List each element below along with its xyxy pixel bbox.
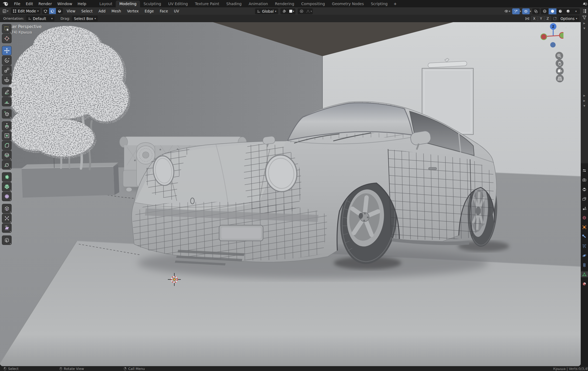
tab-view-layer[interactable] (581, 196, 588, 202)
tool-measure[interactable] (2, 97, 11, 106)
menu-mesh[interactable]: Mesh (109, 8, 123, 14)
tool-loop-cut[interactable] (2, 151, 11, 160)
tool-smooth[interactable] (2, 192, 11, 201)
tab-animation[interactable]: Animation (245, 1, 271, 7)
editor-type-button[interactable]: ▾ (2, 8, 9, 14)
gizmo-x-axis[interactable] (541, 34, 547, 40)
orientation-setting-dropdown[interactable]: Default ▾ (26, 16, 55, 22)
cursor-3d-hotspot[interactable] (167, 272, 181, 286)
shading-solid-button[interactable] (549, 8, 556, 14)
tab-render[interactable] (581, 177, 588, 183)
select-mode-face[interactable] (56, 8, 63, 14)
options-dropdown[interactable]: Options ▾ (559, 16, 579, 22)
menu-vertex[interactable]: Vertex (125, 8, 141, 14)
shading-dropdown[interactable]: ▾ (572, 8, 580, 14)
tool-extrude-region[interactable] (2, 122, 11, 130)
outliner-expand-arrow[interactable]: ▶ (583, 22, 585, 25)
camera-view-button[interactable] (556, 67, 564, 75)
tab-shading[interactable]: Shading (223, 1, 245, 7)
tab-modeling[interactable]: Modeling (116, 1, 140, 7)
menu-add[interactable]: Add (96, 8, 108, 14)
tool-scale[interactable] (2, 66, 11, 75)
tab-active-tool[interactable] (581, 167, 588, 173)
overlays-toggle[interactable] (522, 8, 530, 14)
tool-annotate[interactable] (2, 87, 11, 96)
drag-dropdown[interactable]: Select Box ▾ (72, 16, 98, 22)
gizmo-y-axis[interactable] (559, 32, 563, 38)
zoom-button[interactable] (555, 52, 563, 60)
tool-transform[interactable] (2, 75, 11, 84)
tab-scene[interactable] (581, 205, 588, 211)
gizmo-minus-z-axis[interactable] (550, 42, 556, 48)
tool-poly-build[interactable] (2, 173, 11, 181)
gizmos-dropdown[interactable]: ▾ (520, 10, 521, 13)
tab-modifiers[interactable] (581, 234, 588, 240)
transform-orientation-dropdown[interactable]: Global ▾ (255, 8, 278, 14)
tool-add-cube[interactable] (2, 109, 11, 118)
select-mode-edge[interactable] (49, 8, 56, 14)
tab-compositing[interactable]: Compositing (298, 1, 328, 7)
shading-rendered-button[interactable] (564, 8, 572, 14)
scene-selector-icon[interactable] (582, 1, 587, 6)
tool-shear[interactable] (2, 224, 11, 232)
tool-select-box[interactable] (2, 24, 11, 33)
viewport-3d[interactable]: User Perspective (174) Крыша ‹ Z (0, 22, 581, 366)
mirror-z-button[interactable]: Z (545, 16, 551, 21)
tab-constraints[interactable] (581, 262, 588, 268)
shading-material-button[interactable] (556, 8, 564, 14)
mode-dropdown[interactable]: Edit Mode ▾ (11, 8, 40, 14)
tab-uv-editing[interactable]: UV Editing (165, 1, 191, 7)
pan-button[interactable] (556, 59, 563, 67)
tool-inset-faces[interactable] (2, 131, 11, 140)
tool-rotate[interactable] (2, 56, 11, 65)
tool-spin[interactable] (2, 182, 11, 191)
xray-toggle[interactable] (532, 8, 540, 14)
menu-help[interactable]: Help (75, 1, 89, 7)
filter-icon[interactable] (582, 16, 586, 19)
menu-edit[interactable]: Edit (23, 1, 36, 7)
tab-object[interactable] (581, 224, 588, 230)
snap-base-icon[interactable] (553, 16, 557, 21)
tab-layout[interactable]: Layout (96, 1, 116, 7)
tab-physics[interactable] (581, 252, 588, 258)
tool-knife[interactable] (2, 160, 11, 169)
outliner-expand-arrow[interactable]: ▼ (583, 104, 585, 107)
tab-output[interactable] (581, 186, 588, 192)
outliner-expand-arrow[interactable]: ▶ (583, 94, 585, 97)
tool-rip-region[interactable] (2, 236, 11, 245)
tab-geometry-nodes[interactable]: Geometry Nodes (328, 1, 367, 7)
menu-edge[interactable]: Edge (142, 8, 156, 14)
perspective-toggle-button[interactable] (556, 75, 564, 82)
tool-move[interactable] (2, 46, 11, 55)
gizmos-toggle[interactable] (512, 8, 520, 14)
tab-rendering[interactable]: Rendering (271, 1, 298, 7)
menu-select[interactable]: Select (79, 8, 95, 14)
proportional-falloff-dropdown[interactable]: ▾ (305, 8, 313, 14)
mirror-x-button[interactable]: X (531, 16, 538, 21)
sidebar-collapse-arrow[interactable]: ‹ (565, 25, 567, 30)
tool-bevel[interactable] (2, 141, 11, 150)
proportional-edit-toggle[interactable] (298, 8, 305, 14)
tab-scripting[interactable]: Scripting (367, 1, 391, 7)
menu-view[interactable]: View (64, 8, 77, 14)
outliner-expand-arrow[interactable]: ▶ (583, 99, 585, 102)
mirror-y-button[interactable]: Y (538, 16, 544, 21)
overlays-dropdown[interactable]: ▾ (530, 10, 531, 13)
menu-window[interactable]: Window (55, 1, 75, 7)
select-mode-vertex[interactable] (42, 8, 49, 14)
snap-target-dropdown[interactable]: ▾ (288, 8, 295, 14)
menu-render[interactable]: Render (36, 1, 55, 7)
snap-toggle[interactable] (280, 8, 288, 14)
tool-shrink-fatten[interactable] (2, 214, 11, 223)
add-workspace-button[interactable]: + (391, 1, 399, 7)
menu-face[interactable]: Face (158, 8, 170, 14)
tool-cursor[interactable] (2, 34, 11, 43)
tab-material[interactable] (581, 281, 588, 287)
tab-object-data[interactable] (581, 271, 588, 277)
menu-file[interactable]: File (11, 1, 23, 7)
tab-world[interactable] (581, 215, 588, 221)
orientation-gizmo[interactable]: Z (539, 23, 563, 51)
outliner-expand-arrow[interactable]: ▼ (583, 27, 585, 30)
tab-particles[interactable] (581, 243, 588, 249)
tab-texture-paint[interactable]: Texture Paint (191, 1, 223, 7)
